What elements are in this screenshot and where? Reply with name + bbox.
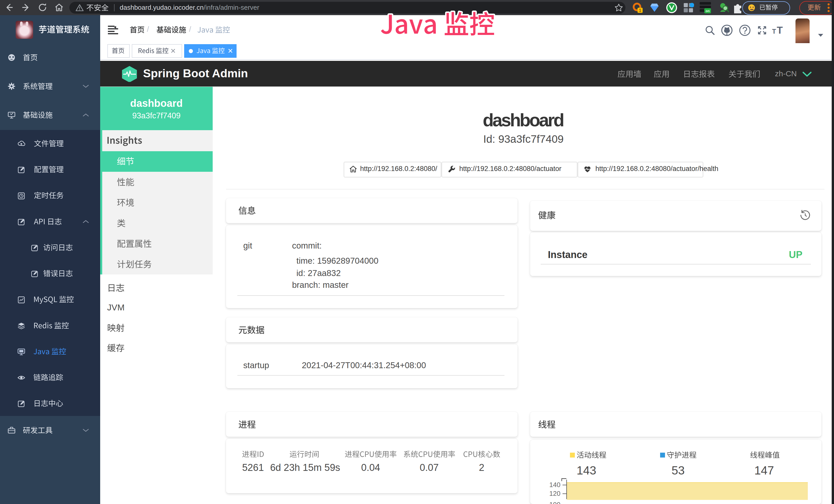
svg-text:on: on [706,9,710,13]
svg-text:1: 1 [639,8,641,13]
